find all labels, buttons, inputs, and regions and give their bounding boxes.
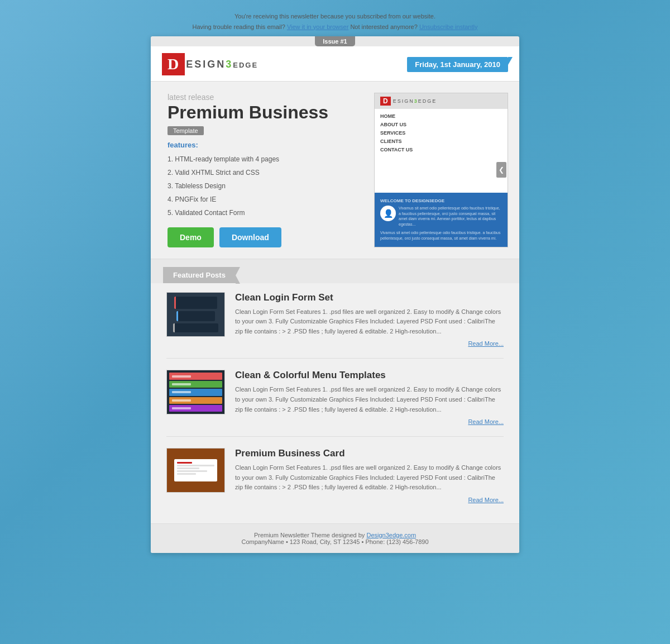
preview-body-text: Vivamus sit amet odio pellentesque odio … <box>399 206 502 227</box>
footer-line2: CompanyName • 123 Road, City, ST 12345 •… <box>159 538 511 545</box>
post-content-3: Premium Business Card Clean Login Form S… <box>235 448 504 503</box>
newsletter-footer: Premium Newsletter Theme designed by Des… <box>151 523 519 553</box>
post-thumb-card <box>166 448 225 493</box>
logo: D ESIGN3EDGE <box>162 53 258 75</box>
date-badge: Friday, 1st January, 2010 <box>407 57 508 72</box>
post-desc-3: Clean Login Form Set Features 1. .psd fi… <box>235 463 504 493</box>
read-more-3[interactable]: Read More... <box>235 497 504 503</box>
thumb-card-line-red <box>177 462 192 464</box>
menu-bar-1 <box>169 373 222 379</box>
post-title-3: Premium Business Card <box>235 448 504 459</box>
hero-latest-release: latest release <box>168 93 363 102</box>
issue-badge: Issue #1 <box>315 36 355 46</box>
hero-preview: D ESIGN3EDGE HOME ABOUT US SERVICES CLIE… <box>374 93 508 247</box>
topbar-line2: Having trouble reading this email? View … <box>193 22 478 32</box>
thumb-card-1 <box>174 297 217 309</box>
feature-item: 3. Tableless Design <box>168 179 363 193</box>
thumb-card-2 <box>176 311 214 321</box>
footer-link[interactable]: Design3edge.com <box>366 532 416 538</box>
post-content-2: Clean & Colorful Menu Templates Clean Lo… <box>235 370 504 425</box>
top-bar: You're receiving this newsletter because… <box>193 11 478 32</box>
features-label: features: <box>168 141 363 149</box>
preview-welcome: WELCOME TO DESIGN3EDGE <box>380 198 502 203</box>
post-content-1: Clean Login Form Set Clean Login Form Se… <box>235 292 504 347</box>
hero-buttons: Demo Download <box>168 227 363 247</box>
thumb-card-inner <box>174 459 217 481</box>
menu-bar-2 <box>169 381 222 388</box>
download-button[interactable]: Download <box>219 227 281 247</box>
preview-nav-clients[interactable]: CLIENTS <box>380 139 502 144</box>
preview-body-text2: Vivamus sit amet odio pellentesque odio … <box>380 230 502 241</box>
hero-section: latest release Premium Business Template… <box>151 82 519 259</box>
thumb-card-3 <box>173 323 219 332</box>
date-text: Friday, 1st January, 2010 <box>415 60 500 69</box>
preview-blue-section: WELCOME TO DESIGN3EDGE 👤 Vivamus sit ame… <box>375 193 508 247</box>
read-more-1[interactable]: Read More... <box>235 340 504 347</box>
footer-pre-text: Premium Newsletter Theme designed by <box>254 532 365 538</box>
logo-text: ESIGN3EDGE <box>186 59 258 70</box>
featured-header-wrap: Featured Posts <box>151 259 519 283</box>
preview-avatar: 👤 <box>380 206 396 221</box>
preview-nav-contact[interactable]: CONTACT US <box>380 147 502 152</box>
post-desc-2: Clean Login Form Set Features 1. .psd fi… <box>235 385 504 414</box>
post-item: Premium Business Card Clean Login Form S… <box>166 448 504 514</box>
hero-template-badge: Template <box>168 126 204 135</box>
topbar-trouble-text: Having trouble reading this email? <box>193 23 285 30</box>
topbar-line1: You're receiving this newsletter because… <box>193 11 478 22</box>
footer-line1: Premium Newsletter Theme designed by Des… <box>159 532 511 538</box>
thumb-card-line-4 <box>177 473 196 475</box>
logo-3: 3 <box>226 59 233 70</box>
unsubscribe-link[interactable]: Unsubscribe instantly <box>419 23 478 30</box>
thumb-card-line-3 <box>177 470 207 472</box>
preview-topbar: D ESIGN3EDGE <box>375 93 508 109</box>
preview-nav-services[interactable]: SERVICES <box>380 130 502 136</box>
post-title-1: Clean Login Form Set <box>235 292 504 303</box>
preview-logo-3: 3 <box>414 98 418 104</box>
header: D ESIGN3EDGE Friday, 1st January, 2010 <box>151 46 519 82</box>
hero-left: latest release Premium Business Template… <box>168 93 363 247</box>
menu-bar-4 <box>169 397 222 404</box>
preview-arrow[interactable]: ❮ <box>496 162 506 178</box>
preview-nav-home[interactable]: HOME <box>380 113 502 119</box>
post-thumb-login <box>166 292 225 337</box>
issue-badge-wrap: Issue #1 <box>151 36 519 46</box>
preview-nav-about[interactable]: ABOUT US <box>380 122 502 127</box>
thumb-card-line-1 <box>177 465 214 466</box>
thumb-card-line-2 <box>177 468 199 469</box>
preview-logo-text: ESIGN3EDGE <box>393 98 437 104</box>
logo-edge: EDGE <box>233 61 258 69</box>
feature-item: 1. HTML-ready template with 4 pages <box>168 152 363 166</box>
view-in-browser-link[interactable]: View it in your browser <box>287 23 348 30</box>
read-more-2[interactable]: Read More... <box>235 418 504 425</box>
post-title-2: Clean & Colorful Menu Templates <box>235 370 504 381</box>
feature-item: 2. Valid XHTML Strict and CSS <box>168 166 363 179</box>
post-desc-1: Clean Login Form Set Features 1. .psd fi… <box>235 307 504 337</box>
preview-nav: HOME ABOUT US SERVICES CLIENTS CONTACT U… <box>375 109 508 192</box>
features-list: 1. HTML-ready template with 4 pages 2. V… <box>168 152 363 220</box>
hero-title: Premium Business <box>168 103 363 122</box>
feature-item: 5. Validated Contact Form <box>168 206 363 220</box>
preview-inner: D ESIGN3EDGE HOME ABOUT US SERVICES CLIE… <box>375 93 508 246</box>
preview-logo-d: D <box>380 97 391 106</box>
menu-bar-5 <box>169 405 222 412</box>
post-thumb-menu <box>166 370 225 414</box>
featured-posts-header: Featured Posts <box>163 267 236 283</box>
logo-d-letter: D <box>162 53 185 75</box>
post-item: Clean & Colorful Menu Templates Clean Lo… <box>166 370 504 437</box>
newsletter-container: Issue #1 D ESIGN3EDGE Friday, 1st Januar… <box>151 36 519 553</box>
topbar-mid-text: Not interested anymore? <box>350 23 417 30</box>
posts-section: Clean Login Form Set Clean Login Form Se… <box>151 283 519 523</box>
demo-button[interactable]: Demo <box>168 227 214 247</box>
post-item: Clean Login Form Set Clean Login Form Se… <box>166 292 504 359</box>
feature-item: 4. PNGFix for IE <box>168 193 363 206</box>
menu-bar-3 <box>169 389 222 395</box>
